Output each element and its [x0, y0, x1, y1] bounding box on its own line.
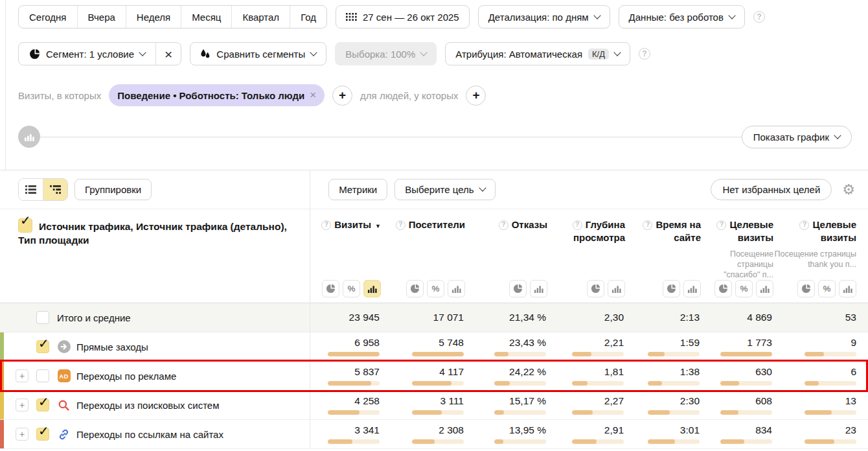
table-row[interactable]: +ADПереходы по рекламе5 8374 11724,22 %1…: [0, 362, 868, 391]
period-button-4[interactable]: Месяц: [181, 6, 231, 28]
help-icon[interactable]: ?: [639, 48, 650, 60]
row-metrics: 6 9585 74823,43 %2,211:591 7739: [310, 332, 868, 361]
chart-toggle-icon[interactable]: [18, 126, 40, 148]
bar-chart-icon-toggle[interactable]: [530, 280, 547, 297]
metric-mini-bar: [494, 381, 546, 386]
filter-chip-robots[interactable]: Поведение • Роботность: Только люди ×: [109, 84, 325, 106]
column-help-icon[interactable]: ?: [499, 220, 508, 230]
metric-mini-bar: [805, 352, 856, 356]
add-user-condition-button[interactable]: +: [466, 86, 486, 106]
attribution-dropdown[interactable]: Атрибуция: Автоматическая К/Д: [445, 42, 630, 65]
help-icon[interactable]: ?: [753, 11, 765, 23]
column-help-icon[interactable]: ?: [396, 220, 405, 230]
percent-icon-toggle[interactable]: %: [818, 280, 836, 297]
pie-chart-icon-toggle[interactable]: [714, 280, 732, 297]
date-range-button[interactable]: 27 сен — 26 окт 2025: [336, 5, 470, 29]
metric-value: 13: [773, 395, 856, 407]
bar-chart-icon-toggle[interactable]: [756, 280, 773, 297]
bar-chart-icon-toggle[interactable]: [363, 280, 381, 297]
column-help-icon[interactable]: ?: [573, 220, 582, 230]
detail-dropdown[interactable]: Детализация: по дням: [478, 5, 610, 29]
bar-chart-icon-toggle[interactable]: [448, 280, 465, 297]
row-checkbox[interactable]: [36, 428, 49, 441]
settings-gear-icon[interactable]: ⚙: [842, 183, 855, 197]
column-help-icon[interactable]: ?: [799, 220, 809, 230]
expand-row-button[interactable]: +: [16, 428, 29, 441]
compare-segments-dropdown[interactable]: Сравнить сегменты: [190, 42, 326, 65]
people-condition-label: для людей, у которых: [360, 90, 458, 101]
data-mode-dropdown[interactable]: Данные: без роботов: [619, 5, 745, 29]
add-visit-condition-button[interactable]: +: [332, 86, 352, 106]
period-button-2[interactable]: Вчера: [77, 6, 126, 28]
bar-chart-icon-toggle[interactable]: [839, 280, 856, 297]
segment-clear-button[interactable]: ×: [155, 43, 181, 65]
groupings-button[interactable]: Группировки: [74, 179, 152, 200]
column-header-1[interactable]: ?Визиты▼: [310, 209, 381, 280]
filter-chip-label: Поведение • Роботность: Только люди: [117, 90, 304, 101]
column-header-4[interactable]: ?Глубина просмотра: [547, 209, 625, 280]
metric-value: 2,30: [604, 312, 624, 323]
dimension-header-cell: Источник трафика, Источник трафика (дета…: [0, 209, 310, 303]
column-header-5[interactable]: ?Время на сайте: [625, 209, 701, 280]
table-row[interactable]: +Переходы из поисковых систем4 2583 1111…: [0, 391, 868, 420]
column-header-7[interactable]: ?Целевые визитыПосещение страницы thank …: [773, 209, 868, 280]
select-all-checkbox[interactable]: [18, 218, 32, 233]
expand-row-button[interactable]: +: [16, 369, 29, 382]
chevron-down-icon: [310, 49, 317, 56]
show-graph-button[interactable]: Показать график: [742, 126, 852, 148]
view-toggle-tree[interactable]: [43, 179, 67, 200]
metric-cell: 2,21: [547, 332, 625, 361]
view-toggle-list[interactable]: [19, 179, 43, 200]
report-table: Группировки Метрики Выберите цель Нет из…: [0, 170, 868, 449]
column-help-icon[interactable]: ?: [716, 220, 726, 230]
sampling-dropdown[interactable]: Выборка: 100%: [335, 42, 437, 65]
period-button-1[interactable]: Сегодня: [19, 6, 77, 28]
row-checkbox[interactable]: [36, 311, 49, 324]
segment-dropdown[interactable]: Сегмент: 1 условие: [19, 43, 155, 65]
table-row[interactable]: +Переходы по ссылкам на сайтах3 3412 308…: [0, 420, 868, 449]
metric-value: 6 958: [310, 337, 380, 349]
metrics-button[interactable]: Метрики: [328, 179, 387, 200]
search-engine-icon: [57, 399, 71, 411]
show-graph-label: Показать график: [753, 132, 829, 143]
pie-chart-icon-toggle[interactable]: [509, 280, 527, 297]
row-label-cell: Итого и средние: [0, 303, 310, 332]
pie-chart-icon-toggle[interactable]: [663, 280, 680, 297]
pie-chart-icon-toggle[interactable]: [587, 280, 604, 297]
metric-value: 24,22 %: [465, 366, 546, 378]
metric-cell: 4 869: [701, 303, 773, 332]
pie-chart-icon-toggle[interactable]: [322, 280, 339, 297]
row-category-color: [0, 332, 4, 361]
column-header-3[interactable]: ?Отказы: [465, 209, 547, 280]
expand-row-button[interactable]: +: [16, 399, 29, 411]
table-row[interactable]: Итого и средние23 94517 07121,34 %2,302:…: [0, 303, 868, 332]
goal-select-dropdown[interactable]: Выберите цель: [394, 179, 495, 200]
column-header-6[interactable]: ?Целевые визитыПосещение страницы "спаси…: [701, 209, 773, 280]
metric-value: 1:38: [625, 366, 700, 378]
percent-icon-toggle[interactable]: %: [735, 280, 753, 297]
pie-chart-icon-toggle[interactable]: [406, 280, 424, 297]
metric-cell: 3 341: [310, 420, 381, 448]
sort-desc-icon[interactable]: ▼: [375, 223, 381, 229]
row-label: Итого и средние: [57, 312, 131, 323]
metric-mini-bar: [412, 352, 464, 356]
percent-icon-toggle[interactable]: %: [343, 280, 360, 297]
period-button-6[interactable]: Год: [290, 6, 326, 28]
column-header-2[interactable]: ?Посетители: [381, 209, 465, 280]
row-checkbox[interactable]: [36, 340, 49, 353]
no-favorite-goals-button[interactable]: Нет избранных целей: [711, 179, 832, 200]
column-headers: ?Визиты▼?Посетители?Отказы?Глубина просм…: [310, 209, 868, 280]
bar-chart-icon-toggle[interactable]: [683, 280, 701, 297]
period-button-5[interactable]: Квартал: [231, 6, 290, 28]
column-help-icon[interactable]: ?: [321, 220, 331, 230]
period-button-3[interactable]: Неделя: [126, 6, 181, 28]
percent-icon-toggle[interactable]: %: [427, 280, 444, 297]
pie-chart-icon-toggle[interactable]: [797, 280, 815, 297]
remove-filter-icon[interactable]: ×: [310, 89, 316, 102]
chevron-down-icon: [613, 49, 621, 56]
table-row[interactable]: Прямые заходы6 9585 74823,43 %2,211:591 …: [0, 332, 868, 362]
column-help-icon[interactable]: ?: [643, 220, 652, 230]
bar-chart-icon-toggle[interactable]: [608, 280, 625, 297]
row-checkbox[interactable]: [36, 369, 49, 382]
row-checkbox[interactable]: [36, 399, 49, 411]
